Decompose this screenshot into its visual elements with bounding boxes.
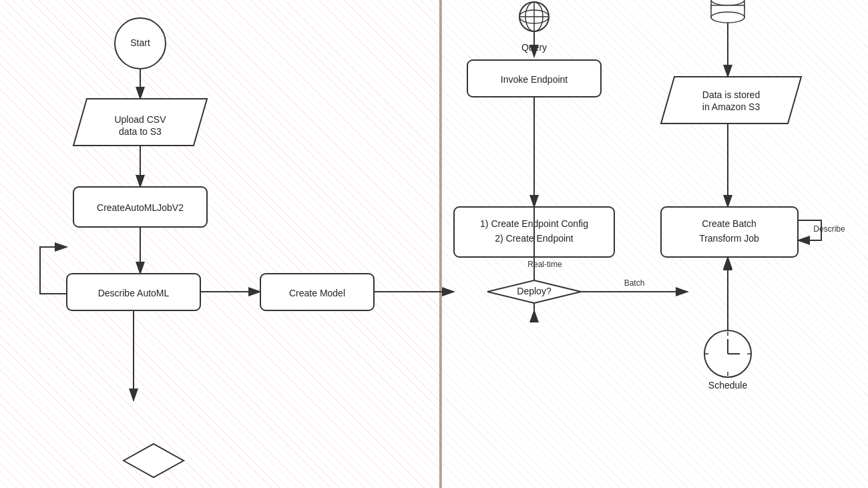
batch-transform-label2: Transform Job [699, 233, 759, 244]
batch-label: Batch [624, 278, 645, 288]
create-model-label: Create Model [289, 288, 345, 298]
describe-automl-label: Describe AutoML [98, 288, 170, 298]
data-stored-node [661, 77, 801, 124]
invoke-endpoint-label: Invoke Endpoint [501, 74, 568, 85]
data-stored-label2: in Amazon S3 [702, 101, 761, 112]
describe-label: Describe [813, 224, 845, 234]
bottom-diamond [124, 444, 184, 477]
upload-label2: data to S3 [119, 126, 162, 137]
main-svg: Start Upload CSV data to S3 CreateAutoML… [0, 0, 868, 488]
upload-label: Upload CSV [114, 114, 166, 125]
realtime-label: Real-time [527, 260, 562, 269]
schedule-label: Schedule [708, 380, 748, 391]
batch-transform-label1: Create Batch [702, 218, 756, 229]
start-label: Start [130, 37, 150, 48]
create-automl-label: CreateAutoMLJobV2 [97, 202, 184, 213]
data-stored-label1: Data is stored [702, 89, 760, 100]
deploy-label: Deploy? [517, 286, 552, 296]
arrow-loop-describe [40, 247, 67, 294]
batch-transform-node [661, 207, 798, 257]
diagram-container: Start Upload CSV data to S3 CreateAutoML… [0, 0, 868, 488]
db-bottom-ellipse [711, 12, 744, 23]
